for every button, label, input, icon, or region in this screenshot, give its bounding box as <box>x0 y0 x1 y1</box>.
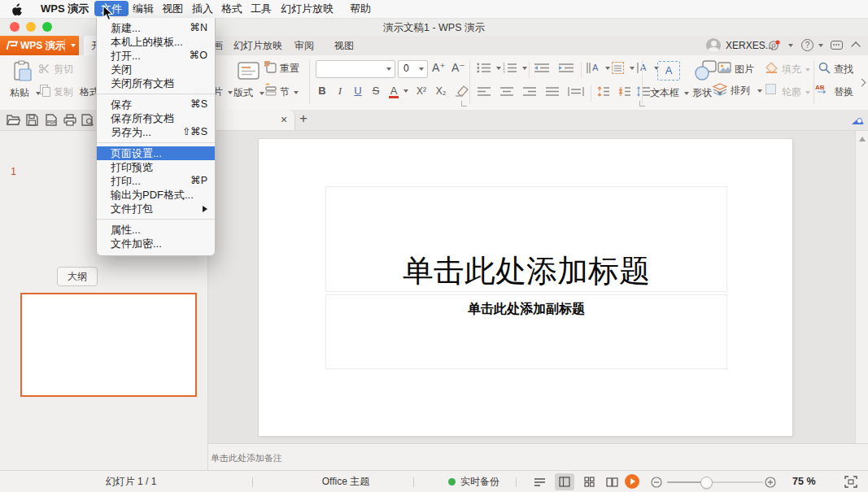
text-direction-icon[interactable]: A <box>586 62 600 74</box>
menu-item-new[interactable]: 新建...⌘N <box>97 21 215 35</box>
zoom-slider-track[interactable] <box>667 481 701 483</box>
align-justify-icon[interactable] <box>545 86 560 97</box>
zoom-slider-handle[interactable] <box>700 477 713 489</box>
chevron-down-icon[interactable] <box>605 67 610 70</box>
bold-button[interactable]: B <box>316 83 329 99</box>
zoom-out-icon[interactable] <box>651 477 662 488</box>
subtitle-placeholder[interactable]: 单击此处添加副标题 <box>325 294 727 369</box>
print-icon[interactable] <box>63 114 76 126</box>
user-avatar[interactable] <box>706 38 721 53</box>
menu-item-save-all[interactable]: 保存所有文档 <box>97 111 215 125</box>
collapse-ribbon-icon[interactable] <box>851 41 860 50</box>
section-button[interactable]: 节 <box>264 81 307 99</box>
close-tab-icon[interactable]: × <box>278 112 290 127</box>
align-center-icon[interactable] <box>499 86 514 97</box>
slide-sorter-view-button[interactable] <box>579 473 599 490</box>
align-text-icon[interactable] <box>612 62 624 74</box>
menu-item-export-pdf[interactable]: 输出为PDF格式... <box>97 188 215 202</box>
menubar-item-edit[interactable]: 编辑 <box>133 0 154 18</box>
italic-button[interactable]: I <box>334 83 347 99</box>
menu-item-open[interactable]: 打开...⌘O <box>97 49 215 63</box>
zoom-percentage[interactable]: 75 % <box>792 471 816 492</box>
menu-item-package[interactable]: 文件打包 <box>97 202 215 216</box>
wps-menu-button[interactable]: WPS 演示 <box>0 36 79 55</box>
menubar-app-name[interactable]: WPS 演示 <box>41 0 89 18</box>
tab-view[interactable]: 视图 <box>334 36 354 55</box>
zoom-slider-track[interactable] <box>711 481 763 483</box>
arrange-button[interactable]: 排列 <box>713 81 761 99</box>
menubar-item-format[interactable]: 格式 <box>221 0 242 18</box>
layout-button[interactable]: 版式 <box>230 59 266 106</box>
export-pdf-icon[interactable]: PDF <box>45 114 58 126</box>
notes-toggle-icon[interactable] <box>534 477 546 487</box>
help-icon[interactable]: ? <box>801 39 813 51</box>
menubar-item-insert[interactable]: 插入 <box>192 0 213 18</box>
numbered-list-icon[interactable]: 123 <box>503 63 517 73</box>
chevron-down-icon[interactable] <box>522 67 527 70</box>
outline-button[interactable]: 轮廓 <box>765 81 810 99</box>
fill-button[interactable]: 填充 <box>765 60 810 78</box>
menu-item-encrypt[interactable]: 文件加密... <box>97 237 215 250</box>
menu-item-properties[interactable]: 属性... <box>97 223 215 237</box>
menu-item-print[interactable]: 打印...⌘P <box>97 174 215 188</box>
theme-name[interactable]: Office 主题 <box>313 471 378 492</box>
chevron-down-icon[interactable] <box>403 89 408 93</box>
user-name[interactable]: XERXES... <box>726 36 774 55</box>
clear-format-icon[interactable] <box>454 85 469 97</box>
open-file-icon[interactable] <box>7 114 20 126</box>
new-tab-button[interactable]: + <box>299 111 308 127</box>
tab-slideshow[interactable]: 幻灯片放映 <box>233 36 282 55</box>
reading-view-button[interactable] <box>602 473 622 490</box>
apple-logo-icon[interactable] <box>12 3 23 15</box>
chevron-down-icon[interactable] <box>496 67 501 70</box>
save-icon[interactable] <box>26 114 38 126</box>
outline-tab-button[interactable]: 大纲 <box>57 267 98 286</box>
scroll-up-icon[interactable] <box>859 137 866 142</box>
menu-item-close-all[interactable]: 关闭所有文档 <box>97 76 215 90</box>
chevron-down-icon[interactable] <box>788 44 793 47</box>
replace-button[interactable]: AB 替换 <box>815 81 861 99</box>
font-family-combobox[interactable] <box>316 60 395 78</box>
fit-to-window-icon[interactable] <box>844 476 857 488</box>
strikethrough-button[interactable]: S <box>369 83 382 99</box>
chevron-down-icon[interactable] <box>818 44 823 47</box>
align-left-icon[interactable] <box>477 86 491 97</box>
subscript-button[interactable]: X₂ <box>433 83 449 99</box>
print-preview-icon[interactable] <box>81 114 94 126</box>
align-right-icon[interactable] <box>522 86 537 97</box>
feedback-icon[interactable] <box>831 41 843 50</box>
slide-canvas[interactable]: 单击此处添加标题 单击此处添加副标题 <box>259 139 792 436</box>
menu-item-page-setup[interactable]: 页面设置... <box>97 146 215 160</box>
play-slideshow-button[interactable] <box>625 474 639 489</box>
backup-status[interactable]: 实时备份 <box>460 471 499 492</box>
underline-button[interactable]: U <box>351 83 364 99</box>
menubar-item-help[interactable]: 帮助 <box>350 0 371 18</box>
text-box-button[interactable]: A 文本框 <box>648 59 691 106</box>
menu-item-close[interactable]: 关闭 <box>97 63 215 76</box>
menubar-item-slideshow[interactable]: 幻灯片放映 <box>281 0 334 18</box>
increase-spacing-icon[interactable] <box>595 86 610 97</box>
font-size-combobox[interactable]: 0 <box>398 60 428 78</box>
normal-view-button[interactable] <box>555 473 574 490</box>
cut-button[interactable]: 剪切 <box>39 60 89 78</box>
vertical-scrollbar[interactable] <box>855 130 868 443</box>
paste-button[interactable]: 粘贴 <box>7 59 39 106</box>
decrease-indent-icon[interactable] <box>534 63 550 73</box>
menu-item-templates[interactable]: 本机上的模板... <box>97 35 215 49</box>
superscript-button[interactable]: X² <box>413 83 430 99</box>
picture-button[interactable]: 图片 <box>718 60 760 78</box>
notification-icon[interactable] <box>768 40 780 51</box>
tab-review[interactable]: 审阅 <box>294 36 314 55</box>
menubar-item-tools[interactable]: 工具 <box>251 0 272 18</box>
cloud-sync-icon[interactable]: ☁ <box>851 112 864 128</box>
menubar-item-view[interactable]: 视图 <box>162 0 183 18</box>
menu-item-save[interactable]: 保存⌘S <box>97 98 215 111</box>
shrink-font-button[interactable]: A⁻ <box>451 61 465 74</box>
notes-pane[interactable]: 单击此处添加备注 <box>208 443 868 471</box>
chevron-down-icon[interactable] <box>630 67 635 70</box>
dialog-launcher-icon[interactable] <box>461 101 467 107</box>
zoom-in-icon[interactable] <box>765 477 776 488</box>
increase-indent-icon[interactable] <box>558 63 574 73</box>
grow-font-button[interactable]: A⁺ <box>432 61 446 74</box>
find-button[interactable]: 查找 <box>818 60 861 78</box>
